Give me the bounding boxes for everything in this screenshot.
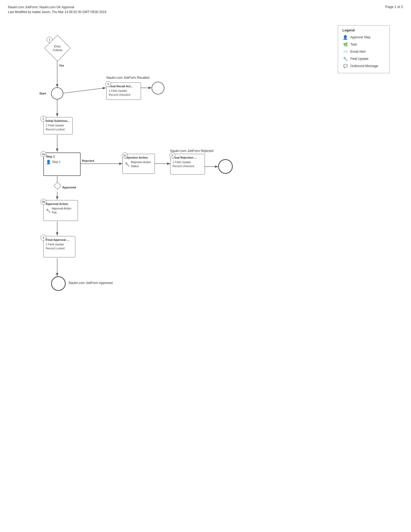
node6-title: Final Recall Act...: [109, 84, 139, 88]
node3c-sub: Rejection Action Status: [131, 160, 152, 168]
recalled-label: Naukri.com JobForm Recalled: [106, 76, 149, 80]
node3b-title: Approval Action: [46, 202, 76, 206]
rejected-label: Rejected: [82, 159, 94, 162]
start-circle: [51, 87, 63, 100]
node4-sub1: 1 Field Update: [46, 242, 73, 246]
node3c-badge: 3c: [122, 152, 128, 158]
node3a-sub: Step 1: [52, 160, 61, 164]
node3a-title: Step 1: [46, 155, 78, 159]
node5-sub2: Record Unlocked: [173, 164, 202, 168]
node3c-title: Rejection Action: [125, 156, 152, 160]
approved-end-circle: [51, 276, 66, 291]
node3b-icon-row: 🔧 Approval Action Fiel...: [46, 207, 76, 214]
node2-badge: 2: [40, 116, 46, 122]
node3c-icon-row: 🔧 Rejection Action Status: [125, 160, 152, 168]
entry-criteria-badge: 1: [47, 37, 52, 43]
node2-sub1: 1 Field Update: [46, 123, 70, 127]
rejected-end-circle: [218, 159, 233, 174]
node5-title: Final Rejection ...: [173, 156, 202, 160]
approved-end-label: Naukri.com JobForm Approved: [69, 281, 113, 285]
page-number: Page 1 of 2: [385, 5, 403, 9]
start-label: Start: [39, 92, 46, 95]
header-title-line1: Naukri.com JobForm: Naukri.com UK Approv…: [8, 5, 106, 10]
node6-badge: 6: [105, 81, 111, 87]
recalled-end-circle: [152, 82, 164, 94]
node3a-badge: 3a: [40, 151, 46, 157]
approved-label: Approved: [62, 186, 76, 189]
svg-line-11: [63, 88, 106, 93]
node3b-box: Approval Action 🔧 Approval Action Fiel..…: [43, 200, 78, 221]
approved-diamond: [54, 182, 61, 189]
approved-diamond-shape: [54, 182, 61, 189]
node6-sub1: 1 Field Update: [109, 89, 139, 93]
node4-box: Final Approval ... 1 Field Update Record…: [43, 236, 75, 257]
node5-box: Final Rejection ... 1 Field Update Recor…: [170, 154, 205, 175]
node3b-badge: 3b: [40, 199, 46, 205]
entry-criteria-label: Entry Criteria: [53, 44, 62, 52]
page-header: Naukri.com JobForm: Naukri.com UK Approv…: [8, 5, 106, 14]
node6-box: Final Recall Act... 1 Field Update Recor…: [106, 83, 141, 100]
node3b-sub: Approval Action Fiel...: [52, 207, 76, 214]
node2-title: Initial Submissi...: [46, 119, 70, 123]
diagram: Entry Criteria 1 Yes Start 2 Initial Sub…: [0, 19, 411, 524]
yes-label: Yes: [59, 64, 64, 67]
node3b-fieldupdate-icon: 🔧: [46, 208, 51, 213]
node3a-box: Step 1 👤 Step 1: [43, 152, 81, 176]
node4-sub2: Record Locked: [46, 246, 73, 250]
node6-sub2: Record Unlocked: [109, 93, 139, 97]
header-title-line2: Last Modified by Isabel Jason, Thu Mar 1…: [8, 10, 106, 14]
node3a-approval-icon: 👤: [46, 159, 51, 165]
node4-badge: 4: [40, 235, 46, 241]
node2-sub2: Record Locked: [46, 127, 70, 131]
rejected-end-label: Naukri.com JobForm Rejected: [170, 149, 213, 153]
node4-title: Final Approval ...: [46, 238, 73, 242]
node3c-fieldupdate-icon: 🔧: [125, 162, 130, 167]
node5-badge: 5: [169, 152, 175, 158]
node3a-icon-row: 👤 Step 1: [46, 159, 78, 165]
node2-box: Initial Submissi... 1 Field Update Recor…: [43, 117, 73, 134]
node5-sub1: 1 Field Update: [173, 160, 202, 164]
